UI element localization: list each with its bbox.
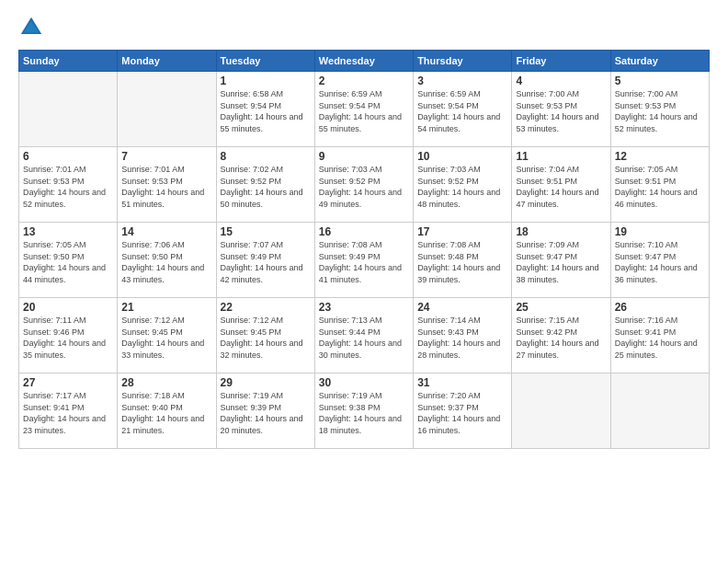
day-cell: 9Sunrise: 7:03 AMSunset: 9:52 PMDaylight… (314, 147, 413, 223)
day-cell: 2Sunrise: 6:59 AMSunset: 9:54 PMDaylight… (314, 72, 413, 147)
day-number: 20 (23, 301, 113, 314)
day-cell: 29Sunrise: 7:19 AMSunset: 9:39 PMDayligh… (216, 373, 314, 449)
day-info: Sunrise: 7:08 AMSunset: 9:49 PMDaylight:… (319, 239, 409, 285)
day-cell (118, 72, 216, 147)
day-info: Sunrise: 7:00 AMSunset: 9:53 PMDaylight:… (516, 88, 606, 134)
week-row-4: 20Sunrise: 7:11 AMSunset: 9:46 PMDayligh… (19, 298, 710, 373)
day-number: 13 (23, 225, 113, 238)
day-cell (610, 373, 709, 449)
day-cell: 26Sunrise: 7:16 AMSunset: 9:41 PMDayligh… (610, 298, 709, 373)
day-cell: 23Sunrise: 7:13 AMSunset: 9:44 PMDayligh… (314, 298, 413, 373)
day-number: 19 (615, 225, 705, 238)
day-number: 5 (615, 75, 705, 87)
day-cell: 10Sunrise: 7:03 AMSunset: 9:52 PMDayligh… (414, 147, 512, 223)
day-number: 15 (221, 225, 311, 238)
col-header-sunday: Sunday (19, 51, 118, 72)
day-number: 16 (319, 225, 409, 238)
day-info: Sunrise: 7:01 AMSunset: 9:53 PMDaylight:… (121, 164, 211, 210)
day-info: Sunrise: 7:02 AMSunset: 9:52 PMDaylight:… (221, 164, 311, 210)
day-number: 2 (319, 75, 409, 87)
day-info: Sunrise: 7:08 AMSunset: 9:48 PMDaylight:… (417, 239, 507, 285)
col-header-saturday: Saturday (610, 51, 709, 72)
day-cell (512, 373, 610, 449)
day-number: 11 (516, 150, 606, 163)
day-number: 26 (615, 301, 705, 314)
day-info: Sunrise: 7:09 AMSunset: 9:47 PMDaylight:… (516, 239, 606, 285)
day-number: 8 (221, 150, 311, 163)
day-info: Sunrise: 7:16 AMSunset: 9:41 PMDaylight:… (615, 315, 705, 361)
week-row-2: 6Sunrise: 7:01 AMSunset: 9:53 PMDaylight… (19, 147, 710, 223)
day-info: Sunrise: 7:18 AMSunset: 9:40 PMDaylight:… (121, 390, 211, 436)
week-row-5: 27Sunrise: 7:17 AMSunset: 9:41 PMDayligh… (19, 373, 710, 449)
day-cell: 3Sunrise: 6:59 AMSunset: 9:54 PMDaylight… (414, 72, 512, 147)
day-info: Sunrise: 7:20 AMSunset: 9:37 PMDaylight:… (417, 390, 507, 436)
day-cell: 28Sunrise: 7:18 AMSunset: 9:40 PMDayligh… (118, 373, 216, 449)
day-cell (19, 72, 118, 147)
week-row-3: 13Sunrise: 7:05 AMSunset: 9:50 PMDayligh… (19, 223, 710, 298)
day-number: 27 (23, 376, 113, 389)
day-info: Sunrise: 7:10 AMSunset: 9:47 PMDaylight:… (615, 239, 705, 285)
day-cell: 30Sunrise: 7:19 AMSunset: 9:38 PMDayligh… (314, 373, 413, 449)
day-info: Sunrise: 7:04 AMSunset: 9:51 PMDaylight:… (516, 164, 606, 210)
day-number: 1 (221, 75, 311, 87)
day-number: 18 (516, 225, 606, 238)
day-info: Sunrise: 7:13 AMSunset: 9:44 PMDaylight:… (319, 315, 409, 361)
day-number: 29 (221, 376, 311, 389)
day-info: Sunrise: 6:59 AMSunset: 9:54 PMDaylight:… (417, 88, 507, 134)
col-header-wednesday: Wednesday (314, 51, 413, 72)
day-info: Sunrise: 7:06 AMSunset: 9:50 PMDaylight:… (121, 239, 211, 285)
day-number: 6 (23, 150, 113, 163)
day-cell: 6Sunrise: 7:01 AMSunset: 9:53 PMDaylight… (19, 147, 118, 223)
day-cell: 4Sunrise: 7:00 AMSunset: 9:53 PMDaylight… (512, 72, 610, 147)
day-number: 7 (121, 150, 211, 163)
day-cell: 5Sunrise: 7:00 AMSunset: 9:53 PMDaylight… (610, 72, 709, 147)
calendar-table: SundayMondayTuesdayWednesdayThursdayFrid… (18, 50, 710, 449)
day-cell: 31Sunrise: 7:20 AMSunset: 9:37 PMDayligh… (414, 373, 512, 449)
day-number: 23 (319, 301, 409, 314)
col-header-monday: Monday (118, 51, 216, 72)
day-number: 22 (221, 301, 311, 314)
day-cell: 1Sunrise: 6:58 AMSunset: 9:54 PMDaylight… (216, 72, 314, 147)
day-number: 17 (417, 225, 507, 238)
logo-icon (18, 15, 44, 40)
day-number: 3 (417, 75, 507, 87)
day-cell: 27Sunrise: 7:17 AMSunset: 9:41 PMDayligh… (19, 373, 118, 449)
day-number: 25 (516, 301, 606, 314)
header-row: SundayMondayTuesdayWednesdayThursdayFrid… (19, 51, 710, 72)
day-info: Sunrise: 7:01 AMSunset: 9:53 PMDaylight:… (23, 164, 113, 210)
day-info: Sunrise: 7:19 AMSunset: 9:38 PMDaylight:… (319, 390, 409, 436)
day-info: Sunrise: 6:59 AMSunset: 9:54 PMDaylight:… (319, 88, 409, 134)
day-number: 12 (615, 150, 705, 163)
day-info: Sunrise: 7:12 AMSunset: 9:45 PMDaylight:… (221, 315, 311, 361)
day-number: 28 (121, 376, 211, 389)
day-info: Sunrise: 7:05 AMSunset: 9:51 PMDaylight:… (615, 164, 705, 210)
col-header-thursday: Thursday (414, 51, 512, 72)
day-cell: 19Sunrise: 7:10 AMSunset: 9:47 PMDayligh… (610, 223, 709, 298)
day-info: Sunrise: 7:14 AMSunset: 9:43 PMDaylight:… (417, 315, 507, 361)
header (18, 15, 710, 40)
day-cell: 12Sunrise: 7:05 AMSunset: 9:51 PMDayligh… (610, 147, 709, 223)
day-cell: 20Sunrise: 7:11 AMSunset: 9:46 PMDayligh… (19, 298, 118, 373)
day-cell: 25Sunrise: 7:15 AMSunset: 9:42 PMDayligh… (512, 298, 610, 373)
day-info: Sunrise: 7:11 AMSunset: 9:46 PMDaylight:… (23, 315, 113, 361)
day-number: 30 (319, 376, 409, 389)
day-cell: 14Sunrise: 7:06 AMSunset: 9:50 PMDayligh… (118, 223, 216, 298)
day-info: Sunrise: 7:19 AMSunset: 9:39 PMDaylight:… (221, 390, 311, 436)
col-header-friday: Friday (512, 51, 610, 72)
week-row-1: 1Sunrise: 6:58 AMSunset: 9:54 PMDaylight… (19, 72, 710, 147)
day-cell: 11Sunrise: 7:04 AMSunset: 9:51 PMDayligh… (512, 147, 610, 223)
day-info: Sunrise: 6:58 AMSunset: 9:54 PMDaylight:… (221, 88, 311, 134)
day-number: 10 (417, 150, 507, 163)
day-number: 4 (516, 75, 606, 87)
col-header-tuesday: Tuesday (216, 51, 314, 72)
day-cell: 21Sunrise: 7:12 AMSunset: 9:45 PMDayligh… (118, 298, 216, 373)
day-info: Sunrise: 7:00 AMSunset: 9:53 PMDaylight:… (615, 88, 705, 134)
day-info: Sunrise: 7:17 AMSunset: 9:41 PMDaylight:… (23, 390, 113, 436)
day-cell: 17Sunrise: 7:08 AMSunset: 9:48 PMDayligh… (414, 223, 512, 298)
day-info: Sunrise: 7:03 AMSunset: 9:52 PMDaylight:… (319, 164, 409, 210)
day-cell: 22Sunrise: 7:12 AMSunset: 9:45 PMDayligh… (216, 298, 314, 373)
logo (18, 15, 48, 40)
day-cell: 24Sunrise: 7:14 AMSunset: 9:43 PMDayligh… (414, 298, 512, 373)
day-number: 9 (319, 150, 409, 163)
day-number: 14 (121, 225, 211, 238)
